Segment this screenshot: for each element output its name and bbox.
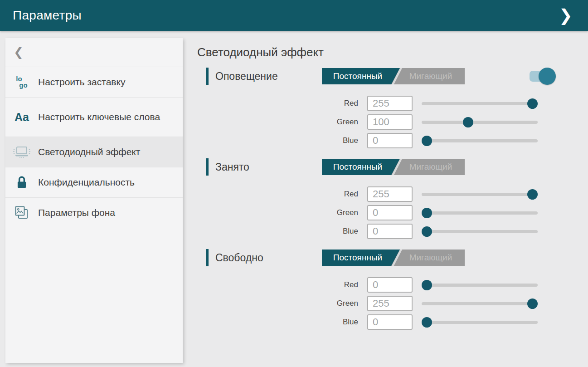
alert-mode-constant-button[interactable]: Постоянный (322, 68, 400, 84)
slider-thumb[interactable] (422, 317, 432, 328)
free-mode-blinking-button[interactable]: Мигающий (397, 250, 465, 266)
app-header: Параметры ❯ (0, 0, 588, 31)
sidebar-back-button[interactable]: ❮ (5, 38, 183, 67)
busy-red-slider[interactable] (422, 185, 538, 203)
slider-track (422, 139, 538, 142)
sidebar-item-label: Параметры фона (38, 207, 121, 219)
slider-track (422, 193, 538, 196)
content-title: Светодиодный эффект (197, 45, 588, 59)
red-label: Red (197, 99, 367, 108)
alert-blue-row: Blue (197, 131, 588, 150)
free-mode-segmented-control: Мигающий Постоянный (322, 250, 465, 266)
forward-chevron-icon[interactable]: ❯ (556, 0, 575, 31)
section-label: Занято (215, 161, 249, 173)
busy-red-row: Red (197, 185, 588, 203)
section-label: Оповещение (215, 70, 278, 83)
free-red-slider[interactable] (422, 275, 538, 294)
busy-blue-row: Blue (197, 222, 588, 240)
main-content: Светодиодный эффект Оповещение Мигающий … (197, 38, 588, 339)
red-label: Red (197, 190, 367, 199)
page-title: Параметры (13, 8, 82, 23)
blue-label: Blue (197, 227, 367, 236)
green-label: Green (197, 299, 367, 308)
free-green-slider[interactable] (422, 294, 538, 313)
alert-enable-switch[interactable] (530, 71, 550, 82)
sidebar-item-splash-screen[interactable]: logo Настроить заставку (5, 67, 183, 98)
blue-label: Blue (197, 136, 367, 145)
slider-thumb[interactable] (422, 208, 432, 218)
alert-green-input[interactable] (367, 114, 413, 130)
slider-thumb[interactable] (422, 136, 432, 146)
green-label: Green (197, 208, 367, 217)
free-green-input[interactable] (367, 296, 413, 311)
slider-thumb[interactable] (463, 117, 473, 127)
alert-red-row: Red (197, 94, 588, 113)
busy-blue-input[interactable] (367, 224, 413, 239)
alert-red-slider[interactable] (422, 94, 538, 113)
back-chevron-icon: ❮ (14, 45, 24, 59)
section-accent-bar (206, 249, 209, 266)
slider-track (422, 230, 538, 233)
lock-icon (5, 176, 38, 189)
alert-green-row: Green (197, 113, 588, 131)
slider-track (422, 302, 538, 305)
free-mode-constant-button[interactable]: Постоянный (322, 250, 400, 266)
free-green-row: Green (197, 294, 588, 313)
green-label: Green (197, 117, 367, 127)
section-accent-bar (206, 68, 209, 85)
slider-thumb[interactable] (422, 280, 432, 290)
busy-mode-blinking-button[interactable]: Мигающий (397, 159, 465, 175)
logo-icon: logo (5, 76, 38, 89)
busy-blue-slider[interactable] (422, 222, 538, 240)
sidebar-item-label: Светодиодный эффект (38, 146, 146, 158)
slider-thumb[interactable] (527, 189, 538, 200)
slider-track (422, 321, 538, 324)
alert-mode-segmented-control: Мигающий Постоянный (322, 68, 465, 84)
sidebar: ❮ logo Настроить заставку Aa Настроить к… (5, 38, 183, 363)
switch-thumb (539, 68, 556, 85)
busy-red-input[interactable] (367, 186, 413, 202)
busy-green-row: Green (197, 203, 588, 222)
free-blue-row: Blue (197, 313, 588, 331)
blue-label: Blue (197, 318, 367, 327)
section-label: Свободно (215, 252, 263, 264)
free-red-row: Red (197, 275, 588, 294)
alert-mode-blinking-button[interactable]: Мигающий (397, 68, 465, 84)
slider-track (422, 284, 538, 287)
busy-mode-segmented-control: Мигающий Постоянный (322, 159, 465, 175)
busy-green-input[interactable] (367, 205, 413, 220)
section-accent-bar (206, 158, 209, 176)
sidebar-item-background[interactable]: Параметры фона (5, 198, 183, 228)
alert-blue-slider[interactable] (422, 131, 538, 150)
free-blue-slider[interactable] (422, 313, 538, 331)
sidebar-item-label: Конфиденциальность (38, 176, 141, 188)
red-label: Red (197, 280, 367, 289)
sidebar-item-label: Настроить заставку (38, 76, 131, 88)
alert-blue-input[interactable] (367, 133, 413, 148)
alert-red-input[interactable] (367, 96, 413, 111)
sidebar-item-keywords[interactable]: Aa Настроить ключевые слова (5, 98, 183, 137)
alert-green-slider[interactable] (422, 113, 538, 131)
monitor-icon (5, 145, 38, 159)
sidebar-item-privacy[interactable]: Конфиденциальность (5, 167, 183, 198)
busy-green-slider[interactable] (422, 203, 538, 222)
images-icon (5, 206, 38, 220)
free-red-input[interactable] (367, 277, 413, 293)
slider-track (422, 102, 538, 105)
slider-track (422, 121, 538, 124)
free-blue-input[interactable] (367, 314, 413, 330)
sidebar-item-led-effect[interactable]: Светодиодный эффект (5, 137, 183, 167)
slider-thumb[interactable] (527, 298, 538, 309)
section-alert: Оповещение Мигающий Постоянный Red (197, 67, 588, 150)
busy-mode-constant-button[interactable]: Постоянный (322, 159, 400, 175)
sidebar-item-label: Настроить ключевые слова (38, 111, 166, 123)
slider-thumb[interactable] (422, 226, 432, 237)
section-busy: Занято Мигающий Постоянный Red Green (197, 158, 588, 240)
keywords-icon: Aa (5, 111, 38, 124)
slider-thumb[interactable] (527, 98, 538, 109)
slider-track (422, 211, 538, 215)
section-free: Свободно Мигающий Постоянный Red Green (197, 249, 588, 331)
